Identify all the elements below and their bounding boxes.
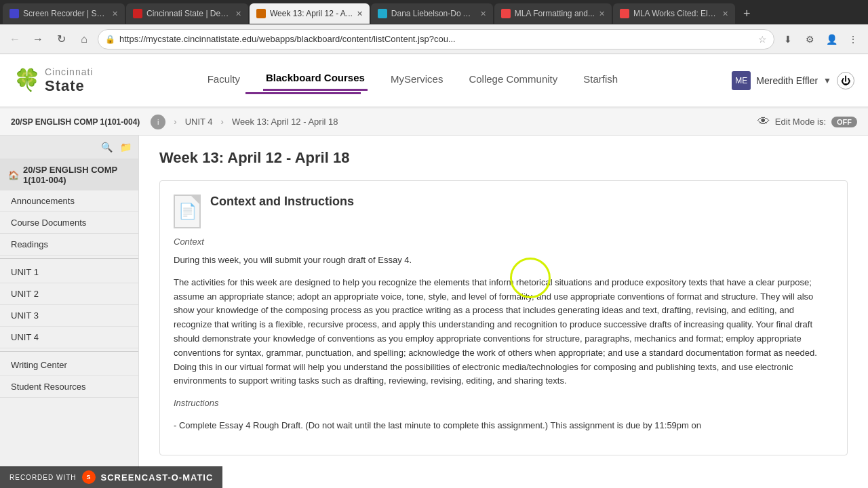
extensions-button[interactable]: ⚙ <box>800 30 819 49</box>
sidebar-item-announcements[interactable]: Announcements <box>0 190 138 212</box>
watermark-recorded-text: RECORDED WITH <box>9 474 77 481</box>
tab-week13[interactable]: Week 13: April 12 - A... ✕ <box>250 3 370 24</box>
nav-starfish[interactable]: Starfish <box>580 68 620 90</box>
sidebar-home-icon: 🏠 <box>8 170 19 180</box>
content-para1: During this week, you will submit your r… <box>174 253 833 268</box>
sidebar-item-unit4[interactable]: UNIT 4 <box>0 327 138 348</box>
address-bar[interactable]: 🔒 https://mycstate.cincinnatistate.edu/w… <box>98 29 774 49</box>
sidebar-item-unit3[interactable]: UNIT 3 <box>0 305 138 327</box>
favicon-week13 <box>256 9 266 18</box>
main-nav: Faculty Blackboard Courses MyServices Co… <box>205 66 621 91</box>
screencast-logo-icon: S <box>82 470 96 484</box>
content-card-context: 📄 Context and Instructions Context Durin… <box>159 180 848 455</box>
breadcrumb-page[interactable]: Week 13: April 12 - April 18 <box>232 117 338 127</box>
menu-button[interactable]: ⋮ <box>844 30 863 49</box>
watermark-brand-text: SCREENCAST-O-MATIC <box>101 472 214 483</box>
instructions-text: - Complete Essay 4 Rough Draft. (Do not … <box>174 419 833 433</box>
reload-button[interactable]: ↻ <box>52 30 71 49</box>
user-name-text: Meredith Effler <box>756 75 818 86</box>
tab-title-dana: Dana Liebelson-Do Andr... <box>391 9 476 18</box>
favicon-mla1 <box>501 9 511 18</box>
close-tab-mla2[interactable]: ✕ <box>722 9 728 18</box>
tab-title-week13: Week 13: April 12 - A... <box>270 9 353 18</box>
tab-title-screen-recorder: Screen Recorder | Scr... <box>23 9 108 18</box>
content-body: During this week, you will submit your r… <box>174 253 833 433</box>
bookmark-star-icon[interactable]: ☆ <box>758 34 767 45</box>
sidebar: 🔍 📁 🏠 20/SP ENGLISH COMP 1(101-004) Anno… <box>0 136 139 468</box>
nav-college-community[interactable]: College Community <box>466 68 560 90</box>
tab-title-mla2: MLA Works Cited: Ele... <box>633 9 718 18</box>
eye-icon: 👁 <box>757 115 770 129</box>
page-title: Week 13: April 12 - April 18 <box>159 149 848 167</box>
sidebar-item-student-resources[interactable]: Student Resources <box>0 376 138 398</box>
sidebar-separator2 <box>0 351 138 352</box>
favicon-cincinnati-state <box>133 9 142 18</box>
breadcrumb-right-area: 👁 Edit Mode is: OFF <box>757 115 857 129</box>
sidebar-course-header[interactable]: 🏠 20/SP ENGLISH COMP 1(101-004) <box>0 159 138 190</box>
content-para2: The activities for this week are designe… <box>174 276 833 388</box>
breadcrumb-course[interactable]: 20/SP ENGLISH COMP 1(101-004) <box>11 117 140 127</box>
site-header: 🍀 Cincinnati State Faculty Blackboard Co… <box>0 54 868 108</box>
close-tab-cincinnati-state[interactable]: ✕ <box>235 9 241 18</box>
user-avatar: ME <box>732 71 751 90</box>
breadcrumb-bar: 20/SP ENGLISH COMP 1(101-004) i › UNIT 4… <box>0 108 868 136</box>
user-area: ME Meredith Effler ▼ ⏻ <box>732 71 854 90</box>
breadcrumb-sep1: › <box>174 117 176 127</box>
close-tab-mla1[interactable]: ✕ <box>599 9 605 18</box>
close-tab-week13[interactable]: ✕ <box>357 9 363 18</box>
document-icon: 📄 <box>174 195 201 228</box>
nav-myservices[interactable]: MyServices <box>388 68 446 90</box>
tab-dana[interactable]: Dana Liebelson-Do Andr... ✕ <box>371 3 493 24</box>
security-lock-icon: 🔒 <box>105 35 115 44</box>
sidebar-course-label: 20/SP ENGLISH COMP 1(101-004) <box>23 165 130 185</box>
tab-cincinnati-state[interactable]: Cincinnati State | Deg... ✕ <box>126 3 248 24</box>
close-tab-dana[interactable]: ✕ <box>480 9 486 18</box>
sidebar-tools: 🔍 📁 <box>0 136 138 159</box>
content-card-title: Context and Instructions <box>210 195 354 209</box>
nav-blackboard-courses[interactable]: Blackboard Courses <box>263 66 368 91</box>
tab-bar: Screen Recorder | Scr... ✕ Cincinnati St… <box>0 0 868 24</box>
sidebar-item-unit1[interactable]: UNIT 1 <box>0 262 138 283</box>
breadcrumb-info-badge[interactable]: i <box>151 115 165 129</box>
forward-button[interactable]: → <box>28 30 47 49</box>
sidebar-item-readings[interactable]: Readings <box>0 234 138 256</box>
breadcrumb-sep2: › <box>221 117 224 127</box>
favicon-mla2 <box>620 9 629 18</box>
content-area: Week 13: April 12 - April 18 📄 Context a… <box>139 136 868 468</box>
sidebar-item-unit2[interactable]: UNIT 2 <box>0 283 138 305</box>
sidebar-item-course-documents[interactable]: Course Documents <box>0 212 138 234</box>
back-button[interactable]: ← <box>5 30 24 49</box>
toolbar-right-area: ⬇ ⚙ 👤 ⋮ <box>778 30 863 49</box>
screencast-watermark: RECORDED WITH S SCREENCAST-O-MATIC <box>0 466 222 488</box>
tab-title-cincinnati-state: Cincinnati State | Deg... <box>146 9 231 18</box>
edit-mode-toggle[interactable]: OFF <box>831 117 857 127</box>
nav-faculty[interactable]: Faculty <box>205 68 243 90</box>
new-tab-button[interactable]: + <box>739 7 755 21</box>
close-tab-screen-recorder[interactable]: ✕ <box>112 9 118 18</box>
favicon-screen-recorder <box>9 9 19 18</box>
tab-mla1[interactable]: MLA Formatting and... ✕ <box>494 3 612 24</box>
downloads-button[interactable]: ⬇ <box>778 30 797 49</box>
tab-title-mla1: MLA Formatting and... <box>515 9 595 18</box>
home-button[interactable]: ⌂ <box>75 30 94 49</box>
sidebar-folder-icon[interactable]: 📁 <box>118 140 133 155</box>
sidebar-item-writing-center[interactable]: Writing Center <box>0 354 138 376</box>
content-card-header: 📄 Context and Instructions <box>174 195 833 228</box>
sidebar-search-icon[interactable]: 🔍 <box>99 140 114 155</box>
leaf-icon: 🍀 <box>14 67 41 93</box>
main-layout: 🔍 📁 🏠 20/SP ENGLISH COMP 1(101-004) Anno… <box>0 136 868 468</box>
user-dropdown-icon[interactable]: ▼ <box>823 76 831 85</box>
logo-text: Cincinnati State <box>45 66 93 94</box>
url-text: https://mycstate.cincinnatistate.edu/web… <box>119 34 754 44</box>
browser-toolbar: ← → ↻ ⌂ 🔒 https://mycstate.cincinnatista… <box>0 24 868 54</box>
site-logo[interactable]: 🍀 Cincinnati State <box>14 66 93 94</box>
tab-screen-recorder[interactable]: Screen Recorder | Scr... ✕ <box>3 3 125 24</box>
breadcrumb-unit[interactable]: UNIT 4 <box>185 117 213 127</box>
power-button[interactable]: ⏻ <box>837 72 854 89</box>
sidebar-separator1 <box>0 258 138 259</box>
profile-button[interactable]: 👤 <box>822 30 841 49</box>
tab-mla2[interactable]: MLA Works Cited: Ele... ✕ <box>613 3 735 24</box>
nav-active-underline <box>245 92 361 94</box>
edit-mode-label: Edit Mode is: <box>775 117 826 127</box>
content-subtitle: Context <box>174 237 833 247</box>
